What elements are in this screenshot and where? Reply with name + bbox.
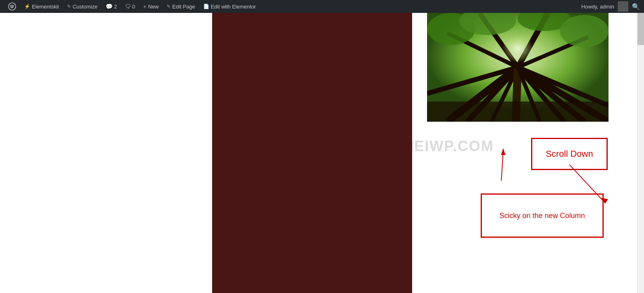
watermark: HEIWP.COM bbox=[412, 138, 549, 155]
right-content-area: HEIWP.COM Scroll Down Scicky on the new … bbox=[412, 13, 644, 293]
new-comments-button[interactable]: 🗨 0 bbox=[121, 0, 139, 13]
admin-bar: W ⚡ Elementskit ✎ Customize 💬 2 🗨 0 + Ne… bbox=[0, 0, 644, 13]
left-dark-column bbox=[212, 13, 412, 293]
comments-count: 2 bbox=[114, 4, 117, 10]
search-icon[interactable]: 🔍 bbox=[632, 3, 640, 10]
svg-point-17 bbox=[486, 27, 550, 83]
elementskit-icon: ⚡ bbox=[24, 4, 30, 9]
customize-label: Customize bbox=[73, 4, 97, 10]
elementskit-button[interactable]: ⚡ Elementskit bbox=[20, 0, 63, 13]
forest-svg bbox=[427, 13, 609, 122]
forest-image bbox=[427, 13, 609, 122]
comments-icon: 💬 bbox=[106, 3, 113, 10]
sticky-label: Scicky on the new Column bbox=[499, 212, 585, 220]
svg-point-21 bbox=[560, 15, 609, 47]
customize-button[interactable]: ✎ Customize bbox=[63, 0, 101, 13]
scrollbar-thumb[interactable] bbox=[638, 13, 644, 45]
new-icon: + bbox=[143, 3, 146, 10]
new-comments-icon: 🗨 bbox=[125, 3, 131, 10]
avatar bbox=[618, 1, 628, 12]
elementor-icon: 📄 bbox=[203, 4, 209, 9]
edit-elementor-button[interactable]: 📄 Edit with Elementor bbox=[199, 0, 260, 13]
comments-button[interactable]: 💬 2 bbox=[102, 0, 121, 13]
main-content: HEIWP.COM Scroll Down Scicky on the new … bbox=[0, 13, 644, 293]
elementskit-label: Elementskit bbox=[32, 4, 59, 10]
howdy-text: Howdy, admin bbox=[581, 4, 614, 10]
sticky-annotation-box: Scicky on the new Column bbox=[481, 193, 604, 238]
new-button[interactable]: + New bbox=[139, 0, 163, 13]
wp-logo-button[interactable]: W bbox=[4, 0, 20, 13]
scroll-down-label: Scroll Down bbox=[546, 149, 593, 159]
svg-text:W: W bbox=[10, 4, 14, 9]
edit-page-button[interactable]: ✎ Edit Page bbox=[163, 0, 199, 13]
edit-page-label: Edit Page bbox=[172, 4, 195, 10]
svg-marker-26 bbox=[501, 148, 505, 155]
svg-line-25 bbox=[501, 151, 503, 181]
wp-logo-icon: W bbox=[8, 2, 16, 10]
edit-page-icon: ✎ bbox=[167, 4, 171, 9]
left-white-space bbox=[0, 13, 106, 293]
edit-elementor-label: Edit with Elementor bbox=[211, 4, 256, 10]
scrollbar[interactable] bbox=[637, 13, 644, 293]
svg-rect-22 bbox=[427, 102, 609, 122]
new-comments-count: 0 bbox=[132, 4, 135, 10]
customize-icon: ✎ bbox=[67, 4, 71, 9]
new-label: New bbox=[148, 4, 158, 10]
admin-bar-right: Howdy, admin 🔍 bbox=[581, 1, 640, 12]
scroll-down-annotation-box: Scroll Down bbox=[531, 138, 608, 170]
